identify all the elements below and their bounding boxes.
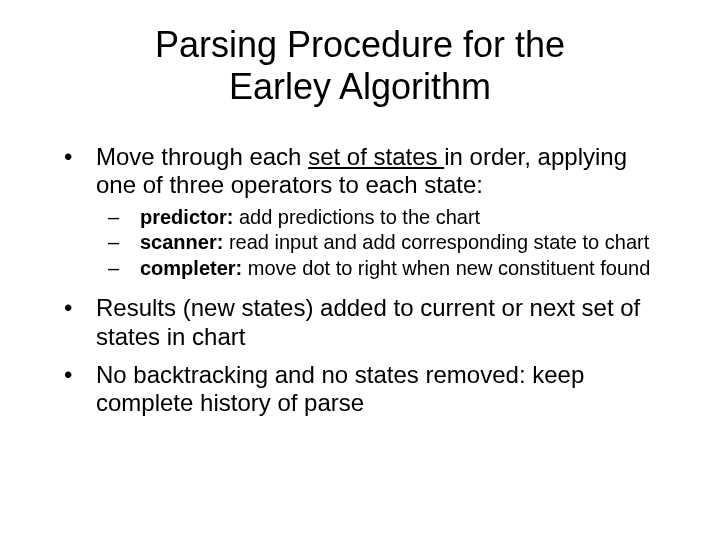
title-line-1: Parsing Procedure for the bbox=[155, 24, 565, 65]
bullet-list: Move through each set of states in order… bbox=[50, 143, 670, 418]
sub-item-scanner: scanner: read input and add correspondin… bbox=[96, 231, 670, 255]
sub-text-scanner: read input and add corresponding state t… bbox=[223, 231, 649, 253]
sub-bold-completer: completer: bbox=[140, 257, 242, 279]
sub-list: predictor: add predictions to the chart … bbox=[96, 206, 670, 281]
sub-bold-scanner: scanner: bbox=[140, 231, 223, 253]
sub-item-predictor: predictor: add predictions to the chart bbox=[96, 206, 670, 230]
bullet-1: Move through each set of states in order… bbox=[50, 143, 670, 280]
sub-text-predictor: add predictions to the chart bbox=[233, 206, 480, 228]
slide: Parsing Procedure for the Earley Algorit… bbox=[0, 0, 720, 540]
title-line-2: Earley Algorithm bbox=[229, 66, 491, 107]
sub-text-completer: move dot to right when new constituent f… bbox=[242, 257, 650, 279]
sub-item-completer: completer: move dot to right when new co… bbox=[96, 257, 670, 281]
bullet-2: Results (new states) added to current or… bbox=[50, 294, 670, 351]
bullet-1-underline: set of states bbox=[308, 143, 444, 170]
bullet-2-text: Results (new states) added to current or… bbox=[96, 294, 640, 349]
bullet-1-text-a: Move through each bbox=[96, 143, 308, 170]
bullet-3-text: No backtracking and no states removed: k… bbox=[96, 361, 584, 416]
bullet-3: No backtracking and no states removed: k… bbox=[50, 361, 670, 418]
slide-title: Parsing Procedure for the Earley Algorit… bbox=[50, 24, 670, 109]
sub-bold-predictor: predictor: bbox=[140, 206, 233, 228]
